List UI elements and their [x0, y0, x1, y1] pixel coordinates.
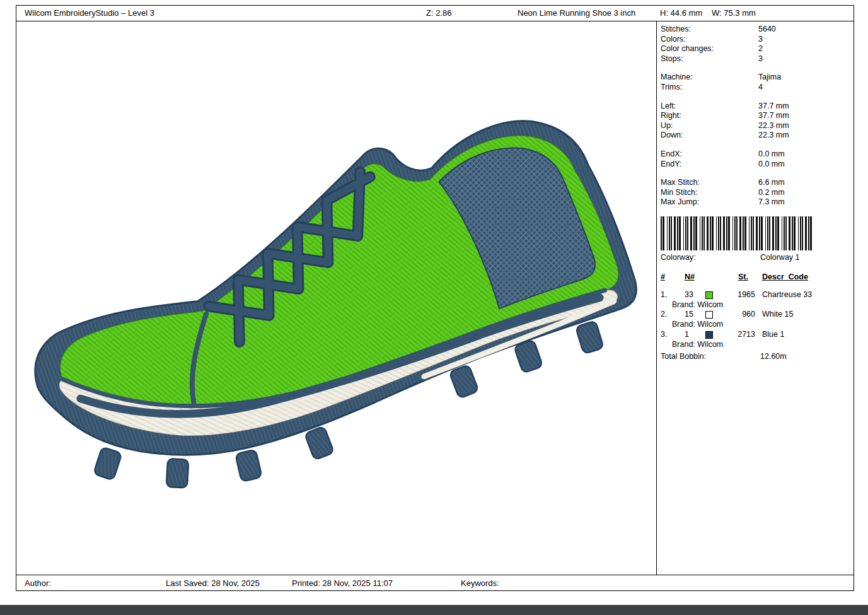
info-panel: Stitches:5640Colors:3Color changes:2Stop…: [661, 25, 850, 362]
cleat-stud: [449, 365, 478, 399]
info-value: 0.0 mm: [758, 160, 785, 170]
barcode: [661, 216, 814, 250]
panel-divider: [656, 21, 657, 575]
thread-description: Chartreuse 33: [762, 290, 812, 300]
info-value: 2: [758, 44, 763, 54]
keywords-label: Keywords:: [461, 578, 499, 588]
cleat-stud: [304, 426, 334, 460]
info-label: Stops:: [661, 54, 683, 64]
info-value: 5640: [758, 25, 776, 35]
total-bobbin-label: Total Bobbin:: [661, 352, 706, 361]
thread-stitch-count: 2713: [724, 330, 755, 340]
thread-brand: Brand: Wilcom: [661, 320, 850, 330]
info-value: 22.3 mm: [758, 131, 789, 141]
colorway-label: Colorway:: [661, 253, 696, 262]
info-value: 3: [758, 54, 763, 64]
info-value: 3: [758, 35, 763, 45]
info-label: Max Jump:: [661, 197, 699, 208]
info-value: 6.6 mm: [758, 178, 785, 188]
info-label: Right:: [661, 111, 681, 121]
thread-brand: Brand: Wilcom: [661, 340, 850, 350]
info-value: 0.0 mm: [758, 149, 785, 160]
thread-description: White 15: [762, 310, 793, 320]
info-row: Stitches:5640: [661, 25, 850, 35]
info-label: Max Stitch:: [661, 178, 700, 188]
author-label: Author:: [25, 578, 51, 588]
thread-row: 3.12713Blue 1: [661, 330, 850, 340]
info-value: 37.7 mm: [758, 102, 789, 112]
info-row: Min Stitch:0.2 mm: [661, 188, 850, 198]
info-row: Stops:3: [661, 54, 850, 64]
info-row: Colors:3: [661, 35, 850, 45]
thread-rows: 1.331965Chartreuse 33Brand: Wilcom2.1596…: [661, 290, 850, 350]
info-row: EndX:0.0 mm: [661, 149, 850, 160]
last-saved-label: Last Saved: 28 Nov, 2025: [166, 578, 260, 588]
info-group: EndX:0.0 mmEndY:0.0 mm: [661, 149, 850, 169]
info-label: Machine:: [661, 73, 693, 83]
zoom-level: Z: 2.86: [426, 8, 451, 18]
info-value: 7.3 mm: [758, 197, 785, 208]
info-row: Right:37.7 mm: [661, 111, 850, 121]
colorway-row: Colorway: Colorway 1: [661, 253, 850, 264]
info-label: Down:: [661, 131, 683, 141]
design-width: W: 75.3 mm: [712, 8, 756, 18]
info-group: Left:37.7 mmRight:37.7 mmUp:22.3 mmDown:…: [661, 102, 850, 141]
thread-number: 15: [685, 310, 693, 320]
thread-column-header: St.: [738, 272, 748, 283]
info-value: Tajima: [758, 73, 781, 83]
cleat-stud: [93, 447, 122, 480]
info-row: Trims:4: [661, 83, 850, 93]
info-group: Machine:TajimaTrims:4: [661, 73, 850, 92]
thread-column-header: Descr_Code: [762, 272, 808, 283]
thread-column-header: #: [661, 272, 665, 283]
info-label: Min Stitch:: [661, 188, 697, 198]
cleat-stud: [576, 320, 604, 354]
info-row: EndY:0.0 mm: [661, 160, 850, 170]
info-value: 4: [758, 83, 763, 93]
thread-description: Blue 1: [762, 330, 784, 340]
footer-bar: Author: Last Saved: 28 Nov, 2025 Printed…: [16, 575, 854, 590]
thread-stitch-count: 960: [724, 310, 755, 320]
cleat-stud: [166, 459, 189, 488]
thread-row: 2.15960White 15: [661, 310, 850, 320]
info-groups: Stitches:5640Colors:3Color changes:2Stop…: [661, 25, 850, 208]
info-label: Color changes:: [661, 44, 714, 54]
total-bobbin-row: Total Bobbin: 12.60m: [661, 352, 850, 362]
thread-number: 33: [685, 290, 693, 300]
info-group: Stitches:5640Colors:3Color changes:2Stop…: [661, 25, 850, 64]
print-preview-page: Wilcom EmbroideryStudio – Level 3 Z: 2.8…: [16, 5, 854, 591]
thread-color-swatch: [705, 331, 713, 339]
info-row: Max Stitch:6.6 mm: [661, 178, 850, 188]
printed-label: Printed: 28 Nov, 2025 11:07: [292, 578, 393, 588]
info-row: Max Jump:7.3 mm: [661, 197, 850, 208]
horizontal-scrollbar[interactable]: [0, 605, 868, 615]
info-row: Machine:Tajima: [661, 73, 850, 83]
thread-column-header: N#: [685, 272, 695, 283]
info-row: Down:22.3 mm: [661, 131, 850, 141]
thread-index: 1.: [661, 290, 667, 300]
design-height: H: 44.6 mm: [660, 8, 702, 18]
thread-color-swatch: [705, 311, 713, 319]
embroidery-design-shoe: [26, 108, 656, 505]
info-group: Max Stitch:6.6 mmMin Stitch:0.2 mmMax Ju…: [661, 178, 850, 208]
info-label: EndX:: [661, 149, 682, 160]
info-value: 0.2 mm: [758, 188, 785, 198]
info-label: Up:: [661, 121, 673, 131]
cleat-stud: [235, 450, 262, 482]
thread-brand: Brand: Wilcom: [661, 300, 850, 310]
thread-index: 3.: [661, 330, 667, 340]
thread-color-swatch: [705, 291, 713, 299]
colorway-value: Colorway 1: [760, 253, 800, 263]
app-title: Wilcom EmbroideryStudio – Level 3: [25, 8, 154, 18]
info-label: Colors:: [661, 35, 686, 45]
info-value: 37.7 mm: [758, 111, 789, 121]
info-row: Up:22.3 mm: [661, 121, 850, 131]
thread-stitch-count: 1965: [724, 290, 755, 300]
info-row: Color changes:2: [661, 44, 850, 54]
thread-row: 1.331965Chartreuse 33: [661, 290, 850, 300]
total-bobbin-value: 12.60m: [760, 352, 787, 362]
thread-table-header: #N#St.Descr_Code: [661, 272, 850, 283]
info-label: Stitches:: [661, 25, 691, 35]
info-value: 22.3 mm: [758, 121, 789, 131]
info-label: Trims:: [661, 83, 682, 93]
